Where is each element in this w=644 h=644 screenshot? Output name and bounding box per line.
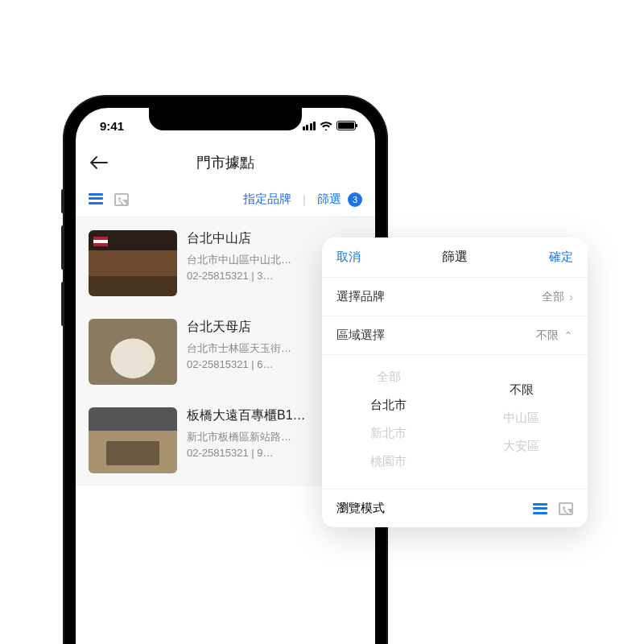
store-name: 板橋大遠百專櫃B1… — [187, 407, 306, 424]
picker-city-column[interactable]: 全部 台北市 新北市 桃園市 — [322, 363, 455, 476]
back-button[interactable] — [90, 151, 108, 174]
store-address: 台北市中山區中山北… — [187, 252, 291, 268]
list-view-icon[interactable] — [89, 193, 103, 204]
area-row-label: 區域選擇 — [336, 328, 385, 343]
brand-row[interactable]: 選擇品牌 全部› — [322, 277, 588, 316]
picker-option[interactable]: 桃園市 — [322, 448, 455, 476]
area-row[interactable]: 區域選擇 不限⌃ — [322, 316, 588, 354]
map-view-icon[interactable] — [114, 193, 129, 206]
picker-option[interactable]: 新北市 — [322, 419, 455, 448]
picker-option-selected[interactable]: 台北市 — [322, 391, 455, 419]
list-view-icon[interactable] — [533, 503, 547, 514]
brand-filter-button[interactable]: 指定品牌 — [243, 192, 291, 207]
toolbar: 指定品牌 | 篩選 3 — [76, 182, 375, 217]
status-time: 9:41 — [100, 119, 124, 133]
picker-option[interactable] — [455, 363, 588, 376]
panel-title: 篩選 — [442, 249, 468, 266]
signal-icon — [303, 122, 316, 130]
brand-row-label: 選擇品牌 — [336, 289, 385, 304]
separator: | — [303, 192, 306, 206]
filter-button[interactable]: 篩選 3 — [317, 192, 362, 207]
area-row-value: 不限 — [536, 328, 559, 343]
battery-icon — [336, 121, 356, 130]
chevron-up-icon: ⌃ — [564, 329, 573, 342]
panel-header: 取消 篩選 確定 — [322, 237, 588, 277]
store-phone: 02-25815321 | 9… — [187, 445, 306, 461]
picker-district-column[interactable]: 不限 中山區 大安區 — [455, 363, 588, 476]
confirm-button[interactable]: 確定 — [549, 250, 573, 265]
notch — [149, 108, 302, 130]
store-thumbnail — [89, 407, 177, 473]
store-address: 台北市士林區天玉街… — [187, 341, 291, 357]
store-name: 台北中山店 — [187, 230, 291, 247]
store-thumbnail — [89, 230, 177, 296]
area-picker[interactable]: 全部 台北市 新北市 桃園市 不限 中山區 大安區 — [322, 354, 588, 489]
wifi-icon — [320, 121, 332, 130]
store-name: 台北天母店 — [187, 319, 291, 336]
picker-option[interactable]: 中山區 — [455, 404, 588, 432]
filter-label: 篩選 — [317, 192, 341, 205]
cancel-button[interactable]: 取消 — [336, 250, 361, 265]
store-phone: 02-25815321 | 3… — [187, 268, 291, 284]
filter-count-badge: 3 — [348, 192, 362, 207]
map-view-icon[interactable] — [559, 502, 573, 515]
view-toggle — [89, 193, 129, 206]
status-icons — [303, 121, 357, 130]
brand-row-value: 全部 — [542, 290, 564, 304]
store-phone: 02-25815321 | 6… — [187, 357, 291, 373]
picker-option-selected[interactable]: 不限 — [455, 376, 588, 404]
picker-option[interactable]: 全部 — [322, 363, 455, 391]
page-title: 門市據點 — [196, 153, 254, 172]
store-address: 新北市板橋區新站路… — [187, 429, 306, 445]
filter-panel: 取消 篩選 確定 選擇品牌 全部› 區域選擇 不限⌃ 全部 台北市 新北市 桃園… — [322, 237, 588, 527]
browse-mode-label: 瀏覽模式 — [336, 501, 385, 516]
chevron-right-icon: › — [569, 291, 573, 303]
picker-option[interactable]: 大安區 — [455, 432, 588, 460]
nav-bar: 門市據點 — [76, 143, 375, 182]
store-thumbnail — [89, 319, 177, 385]
browse-mode-row: 瀏覽模式 — [322, 489, 588, 527]
